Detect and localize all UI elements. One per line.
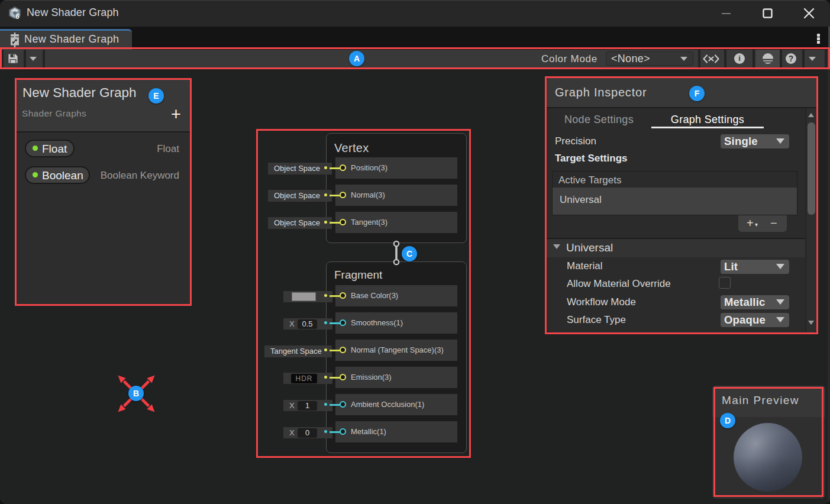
svg-text:6: 6 (15, 12, 20, 20)
